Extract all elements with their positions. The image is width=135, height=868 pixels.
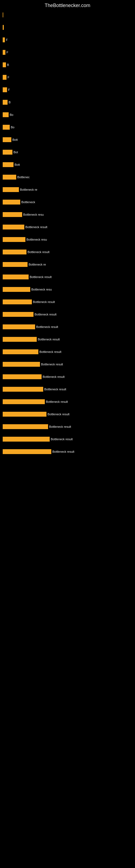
bar-label-28: Bottleneck result bbox=[41, 363, 63, 366]
bar-row-9: Bo bbox=[3, 125, 132, 130]
bar-label-14: Bottleneck re bbox=[20, 188, 37, 191]
bar-23 bbox=[3, 300, 32, 304]
bar-label-26: Bottleneck result bbox=[38, 338, 60, 341]
bar-row-35: Bottleneck result bbox=[3, 449, 132, 454]
bar-17 bbox=[3, 225, 24, 229]
bar-label-31: Bottleneck result bbox=[46, 400, 68, 403]
bar-35 bbox=[3, 449, 51, 454]
bar-25 bbox=[3, 324, 35, 329]
site-title: TheBottlenecker.com bbox=[0, 0, 135, 10]
bar-row-26: Bottleneck result bbox=[3, 337, 132, 342]
bar-label-34: Bottleneck result bbox=[51, 437, 73, 441]
bar-label-29: Bottleneck result bbox=[43, 375, 64, 378]
bar-11 bbox=[3, 150, 12, 155]
bar-19 bbox=[3, 250, 27, 254]
bar-row-1 bbox=[3, 25, 132, 30]
bar-row-32: Bottleneck result bbox=[3, 412, 132, 416]
bar-4 bbox=[3, 62, 6, 67]
bar-label-19: Bottleneck result bbox=[28, 250, 49, 254]
bar-row-30: Bottleneck result bbox=[3, 387, 132, 392]
bar-label-35: Bottleneck result bbox=[52, 450, 74, 453]
bar-7 bbox=[3, 100, 8, 105]
bar-label-20: Bottleneck re bbox=[29, 263, 46, 266]
bar-20 bbox=[3, 262, 28, 267]
bar-label-4: B bbox=[7, 63, 9, 66]
bar-5 bbox=[3, 75, 6, 80]
bar-row-0 bbox=[3, 12, 132, 18]
bar-row-34: Bottleneck result bbox=[3, 437, 132, 442]
bar-row-13: Bottlenec bbox=[3, 175, 132, 180]
bar-row-25: Bottleneck result bbox=[3, 324, 132, 329]
bar-label-13: Bottlenec bbox=[17, 176, 30, 179]
bar-33 bbox=[3, 424, 48, 429]
bar-row-3: F bbox=[3, 50, 132, 55]
bar-label-23: Bottleneck result bbox=[33, 300, 55, 304]
bar-row-31: Bottleneck result bbox=[3, 399, 132, 404]
chart-area: FFBFFBBoBoBottBotBottBottlenecBottleneck… bbox=[0, 10, 135, 464]
bar-22 bbox=[3, 287, 30, 292]
bar-row-19: Bottleneck result bbox=[3, 250, 132, 254]
bar-label-11: Bot bbox=[13, 151, 18, 154]
bar-row-12: Bott bbox=[3, 162, 132, 167]
bar-34 bbox=[3, 437, 50, 442]
bar-12 bbox=[3, 162, 13, 167]
bar-row-14: Bottleneck re bbox=[3, 187, 132, 192]
bar-2 bbox=[3, 37, 5, 42]
bar-label-15: Bottleneck bbox=[21, 200, 35, 204]
bar-30 bbox=[3, 387, 43, 392]
bar-label-12: Bott bbox=[14, 163, 20, 166]
bar-18 bbox=[3, 237, 26, 242]
bar-32 bbox=[3, 412, 46, 416]
bar-29 bbox=[3, 374, 42, 379]
bar-row-10: Bott bbox=[3, 137, 132, 142]
bar-label-33: Bottleneck result bbox=[49, 425, 71, 428]
bar-row-17: Bottleneck result bbox=[3, 225, 132, 229]
bar-row-11: Bot bbox=[3, 150, 132, 155]
bar-row-4: B bbox=[3, 62, 132, 67]
bar-15 bbox=[3, 199, 20, 205]
bar-row-18: Bottleneck resu bbox=[3, 237, 132, 242]
bar-0 bbox=[3, 12, 3, 18]
bar-row-5: F bbox=[3, 75, 132, 80]
bar-1 bbox=[3, 25, 4, 30]
site-title-container: TheBottlenecker.com bbox=[0, 0, 135, 10]
bar-9 bbox=[3, 125, 10, 130]
bar-label-3: F bbox=[6, 51, 8, 54]
bar-row-15: Bottleneck bbox=[3, 199, 132, 205]
bar-6 bbox=[3, 87, 7, 92]
bar-row-8: Bo bbox=[3, 112, 132, 117]
bar-label-10: Bott bbox=[12, 138, 18, 141]
bar-21 bbox=[3, 275, 29, 279]
bar-row-22: Bottleneck resu bbox=[3, 287, 132, 292]
bar-label-24: Bottleneck result bbox=[35, 313, 56, 316]
bar-label-22: Bottleneck resu bbox=[31, 288, 52, 291]
bar-10 bbox=[3, 137, 11, 142]
bar-row-20: Bottleneck re bbox=[3, 262, 132, 267]
bar-24 bbox=[3, 312, 34, 317]
bar-row-23: Bottleneck result bbox=[3, 300, 132, 304]
bar-row-16: Bottleneck resu bbox=[3, 212, 132, 217]
bar-8 bbox=[3, 112, 9, 117]
bar-label-7: B bbox=[9, 101, 10, 104]
bar-row-29: Bottleneck result bbox=[3, 374, 132, 379]
bar-label-21: Bottleneck result bbox=[30, 275, 52, 279]
bar-label-30: Bottleneck result bbox=[44, 388, 66, 391]
bar-label-18: Bottleneck resu bbox=[27, 238, 47, 241]
bar-16 bbox=[3, 212, 22, 217]
bar-13 bbox=[3, 175, 16, 180]
bar-label-2: F bbox=[6, 38, 8, 41]
bar-row-6: F bbox=[3, 87, 132, 92]
bar-row-24: Bottleneck result bbox=[3, 312, 132, 317]
bar-row-21: Bottleneck result bbox=[3, 275, 132, 279]
bar-row-33: Bottleneck result bbox=[3, 424, 132, 429]
bar-3 bbox=[3, 50, 5, 55]
bar-14 bbox=[3, 187, 19, 192]
bar-row-7: B bbox=[3, 100, 132, 105]
bar-row-28: Bottleneck result bbox=[3, 362, 132, 367]
bar-27 bbox=[3, 349, 38, 354]
bar-row-27: Bottleneck result bbox=[3, 349, 132, 354]
bar-26 bbox=[3, 337, 37, 342]
bar-row-2: F bbox=[3, 37, 132, 42]
bar-31 bbox=[3, 399, 45, 404]
bar-label-5: F bbox=[8, 76, 9, 79]
